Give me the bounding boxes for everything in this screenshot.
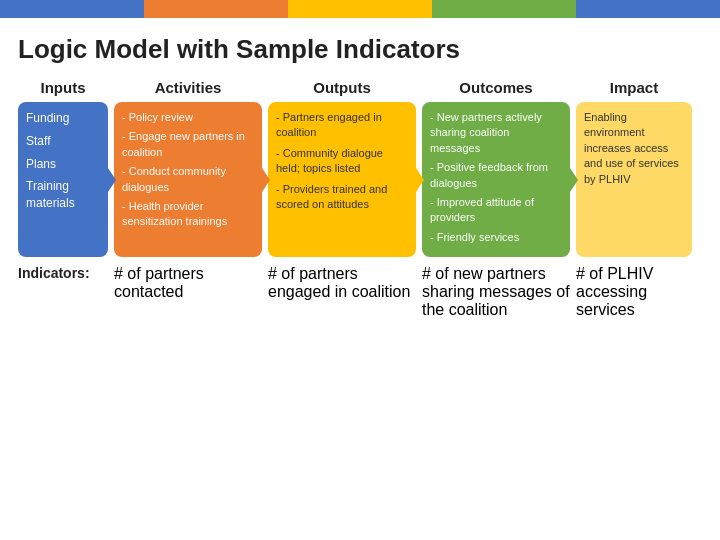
activity-item-2: - Engage new partners in coalition <box>122 129 254 160</box>
impact-column: Enabling environment increases access an… <box>576 102 692 257</box>
header-inputs: Inputs <box>18 79 108 96</box>
input-item-plans: Plans <box>26 156 100 173</box>
header-outputs: Outputs <box>268 79 416 96</box>
page-title: Logic Model with Sample Indicators <box>18 34 702 65</box>
output-item-1: - Partners engaged in coalition <box>276 110 408 141</box>
headers-row: Inputs Activities Outputs Outcomes Impac… <box>18 79 702 96</box>
main-content: Logic Model with Sample Indicators Input… <box>0 18 720 540</box>
output-item-3: - Providers trained and scored on attitu… <box>276 182 408 213</box>
outcome-item-1: - New partners actively sharing coalitio… <box>430 110 562 156</box>
indicators-label: Indicators: <box>18 265 108 281</box>
activity-item-3: - Conduct community dialogues <box>122 164 254 195</box>
columns-row: Funding Staff Plans Training materials -… <box>18 102 702 257</box>
indicator-impact: # of PLHIV accessing services <box>576 265 692 319</box>
impact-text: Enabling environment increases access an… <box>584 110 684 187</box>
header-activities: Activities <box>114 79 262 96</box>
outcome-item-3: - Improved attitude of providers <box>430 195 562 226</box>
indicators-row: Indicators: # of partners contacted # of… <box>18 265 702 319</box>
outcomes-column: - New partners actively sharing coalitio… <box>422 102 570 257</box>
header-outcomes: Outcomes <box>422 79 570 96</box>
outcome-item-2: - Positive feedback from dialogues <box>430 160 562 191</box>
indicator-outcomes: # of new partners sharing messages of th… <box>422 265 570 319</box>
outcome-item-4: - Friendly services <box>430 230 562 245</box>
activity-item-4: - Health provider sensitization training… <box>122 199 254 230</box>
outputs-column: - Partners engaged in coalition - Commun… <box>268 102 416 257</box>
indicator-outputs: # of partners engaged in coalition <box>268 265 416 301</box>
top-banner <box>0 0 720 18</box>
input-item-training: Training materials <box>26 178 100 212</box>
input-item-funding: Funding <box>26 110 100 127</box>
activity-item-1: - Policy review <box>122 110 254 125</box>
inputs-column: Funding Staff Plans Training materials <box>18 102 108 257</box>
indicator-activities: # of partners contacted <box>114 265 262 301</box>
header-impact: Impact <box>576 79 692 96</box>
activities-column: - Policy review - Engage new partners in… <box>114 102 262 257</box>
input-item-staff: Staff <box>26 133 100 150</box>
output-item-2: - Community dialogue held; topics listed <box>276 146 408 177</box>
